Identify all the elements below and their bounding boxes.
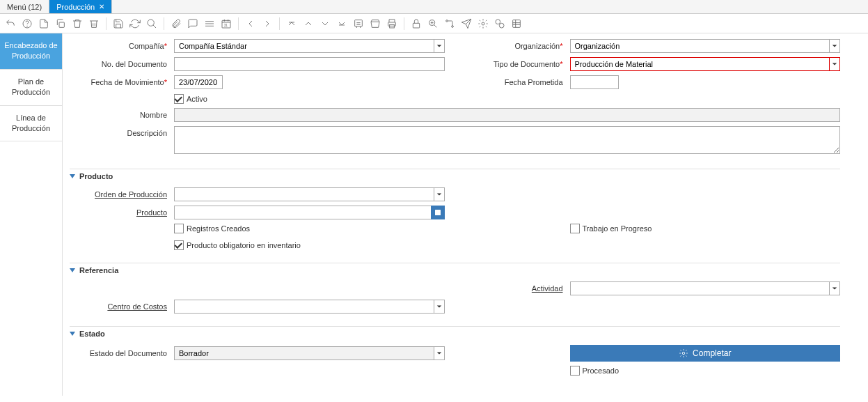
svg-point-1 xyxy=(27,26,28,26)
promised-label: Fecha Prometida xyxy=(466,78,570,86)
docno-label: No. del Documento xyxy=(70,60,174,68)
costcenter-combo[interactable] xyxy=(174,300,445,314)
chevron-down-icon[interactable] xyxy=(434,300,445,314)
workflow-icon[interactable] xyxy=(443,17,456,30)
attach-icon[interactable] xyxy=(170,17,182,30)
chevron-down-icon[interactable] xyxy=(434,39,445,53)
chevron-down-icon[interactable] xyxy=(829,281,840,295)
org-label[interactable]: Organización xyxy=(514,42,560,50)
archive-icon[interactable] xyxy=(369,17,381,30)
docstate-input[interactable] xyxy=(174,346,434,360)
grid-icon[interactable] xyxy=(203,17,216,30)
send-icon[interactable] xyxy=(460,17,473,30)
activity-combo[interactable] xyxy=(570,281,841,295)
records-checkbox[interactable]: Registros Creados xyxy=(174,224,250,233)
svg-rect-16 xyxy=(513,20,521,27)
activity-input[interactable] xyxy=(570,281,830,295)
costcenter-input[interactable] xyxy=(174,300,434,314)
doctype-label[interactable]: Tipo de Documento xyxy=(494,60,560,68)
section-producto[interactable]: Producto xyxy=(70,172,840,180)
sidebar: Encabezado de Producción Plan de Producc… xyxy=(0,33,63,396)
csv-icon[interactable] xyxy=(510,17,523,30)
sidebar-item-encabezado[interactable]: Encabezado de Producción xyxy=(0,33,62,70)
chevron-down-icon[interactable] xyxy=(829,57,840,71)
svg-point-13 xyxy=(482,22,484,25)
svg-text:31: 31 xyxy=(224,24,228,27)
calendar-icon[interactable]: 31 xyxy=(220,17,232,30)
docstate-combo[interactable] xyxy=(174,346,445,360)
svg-rect-19 xyxy=(435,210,441,215)
first-icon[interactable] xyxy=(285,17,298,30)
undo-icon[interactable] xyxy=(4,17,17,30)
desc-label: Descripción xyxy=(70,126,174,137)
delete-selection-icon[interactable] xyxy=(88,17,100,30)
svg-point-20 xyxy=(682,352,685,355)
search-icon[interactable] xyxy=(145,17,158,30)
svg-point-14 xyxy=(496,20,500,24)
svg-point-11 xyxy=(446,20,448,22)
movedate-label: Fecha de Movimiento xyxy=(91,78,164,86)
company-combo[interactable] xyxy=(174,39,445,53)
complete-button[interactable]: Completar xyxy=(570,345,841,362)
chevron-down-icon[interactable] xyxy=(829,39,840,53)
chevron-down-icon[interactable] xyxy=(434,346,445,360)
refresh-icon[interactable] xyxy=(129,17,141,30)
lock-icon[interactable] xyxy=(410,17,423,30)
desc-input[interactable] xyxy=(174,126,840,154)
gear-icon[interactable] xyxy=(477,17,489,30)
chat-icon[interactable] xyxy=(187,17,199,30)
name-label: Nombre xyxy=(70,111,174,119)
product-combo[interactable] xyxy=(174,206,445,219)
promised-input[interactable] xyxy=(570,75,619,89)
content: Compañía* Organización* xyxy=(63,33,868,396)
last-icon[interactable] xyxy=(336,17,348,30)
prev-icon[interactable] xyxy=(244,17,257,30)
next-icon[interactable] xyxy=(261,17,274,30)
order-label[interactable]: Orden de Producción xyxy=(70,190,174,199)
delete-icon[interactable] xyxy=(71,17,84,30)
product-input[interactable] xyxy=(174,206,431,219)
name-input[interactable] xyxy=(174,108,840,122)
new-icon[interactable] xyxy=(38,17,50,30)
svg-rect-9 xyxy=(413,23,419,28)
svg-point-3 xyxy=(148,20,154,26)
org-input[interactable] xyxy=(570,39,830,53)
copy-icon[interactable] xyxy=(54,17,67,30)
svg-point-12 xyxy=(452,25,454,27)
tab-produccion[interactable]: Producción✕ xyxy=(49,0,112,13)
svg-point-15 xyxy=(499,23,504,28)
up-icon[interactable] xyxy=(302,17,315,30)
tab-menu[interactable]: Menú (12) xyxy=(0,0,49,13)
save-icon[interactable] xyxy=(112,17,125,30)
company-label[interactable]: Compañía xyxy=(129,42,164,50)
quick-icon[interactable] xyxy=(494,17,506,30)
movedate-input[interactable] xyxy=(174,75,223,89)
sidebar-item-plan[interactable]: Plan de Producción xyxy=(0,70,62,106)
company-input[interactable] xyxy=(174,39,434,53)
zoom-icon[interactable] xyxy=(427,17,439,30)
toolbar: 31 xyxy=(0,14,868,33)
product-picker-icon[interactable] xyxy=(431,206,445,219)
sidebar-item-linea[interactable]: Línea de Producción xyxy=(0,106,62,142)
processed-checkbox[interactable]: Procesado xyxy=(570,366,620,376)
down-icon[interactable] xyxy=(319,17,331,30)
active-checkbox[interactable]: Activo xyxy=(174,94,207,104)
activity-label[interactable]: Actividad xyxy=(466,284,570,293)
mandatory-checkbox[interactable]: Producto obligatorio en inventario xyxy=(174,240,301,250)
help-icon[interactable] xyxy=(21,17,33,30)
section-referencia[interactable]: Referencia xyxy=(70,266,840,275)
order-input[interactable] xyxy=(174,187,434,201)
order-combo[interactable] xyxy=(174,187,445,201)
doctype-combo[interactable] xyxy=(570,57,841,71)
close-icon[interactable]: ✕ xyxy=(99,3,104,10)
wip-checkbox[interactable]: Trabajo en Progreso xyxy=(570,224,652,233)
section-estado[interactable]: Estado xyxy=(70,330,840,338)
product-label[interactable]: Producto xyxy=(70,208,174,217)
chevron-down-icon[interactable] xyxy=(434,187,445,201)
docno-input[interactable] xyxy=(174,57,445,71)
org-combo[interactable] xyxy=(570,39,841,53)
report-icon[interactable] xyxy=(352,17,365,30)
print-icon[interactable] xyxy=(386,17,398,30)
costcenter-label[interactable]: Centro de Costos xyxy=(70,302,174,311)
doctype-input[interactable] xyxy=(570,57,830,71)
